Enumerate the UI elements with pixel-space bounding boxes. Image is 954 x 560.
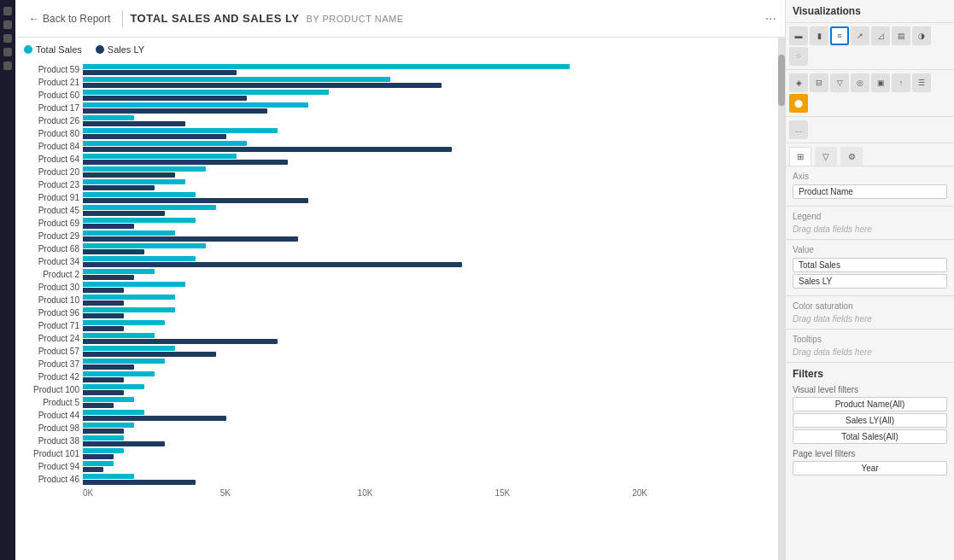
filter-chip-year[interactable]: Year xyxy=(793,461,947,475)
vis-icon-area[interactable]: ◿ xyxy=(871,26,890,45)
bar-navy[interactable] xyxy=(83,300,124,306)
bar-teal[interactable] xyxy=(83,384,144,389)
bar-navy[interactable] xyxy=(83,147,452,152)
bar-teal[interactable] xyxy=(83,154,237,159)
bar-navy[interactable] xyxy=(83,313,124,318)
bar-navy[interactable] xyxy=(83,377,124,382)
vis-icon-pie[interactable]: ◑ xyxy=(912,26,931,45)
bar-teal[interactable] xyxy=(83,333,155,338)
bar-teal[interactable] xyxy=(83,269,155,274)
bar-teal[interactable] xyxy=(83,256,196,261)
bar-navy[interactable] xyxy=(83,121,185,126)
bar-teal[interactable] xyxy=(83,166,206,172)
bar-navy[interactable] xyxy=(83,339,278,344)
bar-navy[interactable] xyxy=(83,83,442,88)
bar-teal[interactable] xyxy=(83,295,175,300)
bar-teal[interactable] xyxy=(83,77,390,82)
vis-icon-custom[interactable]: ⬤ xyxy=(789,94,808,113)
bar-teal[interactable] xyxy=(83,320,165,325)
bar-teal[interactable] xyxy=(83,205,216,210)
bar-navy[interactable] xyxy=(83,429,124,434)
bar-teal[interactable] xyxy=(83,359,165,364)
vis-icon-treemap[interactable]: ⊟ xyxy=(810,73,828,92)
bar-navy[interactable] xyxy=(83,262,462,267)
bar-teal[interactable] xyxy=(83,115,134,120)
bar-teal[interactable] xyxy=(83,64,570,69)
bar-teal[interactable] xyxy=(83,102,308,108)
vis-axis-field[interactable]: Product Name xyxy=(793,184,947,199)
bar-navy[interactable] xyxy=(83,480,196,485)
bar-navy[interactable] xyxy=(83,96,247,101)
vis-icon-gauge[interactable]: ◎ xyxy=(851,73,869,92)
bar-navy[interactable] xyxy=(83,416,226,421)
bar-teal[interactable] xyxy=(83,423,134,428)
vis-tab-filter[interactable]: ▽ xyxy=(815,147,837,166)
vis-tab-fields[interactable]: ⊞ xyxy=(789,147,811,166)
vis-icon-slicer[interactable]: ☰ xyxy=(912,73,931,92)
bar-teal[interactable] xyxy=(83,435,124,440)
bar-teal[interactable] xyxy=(83,371,155,376)
bar-navy[interactable] xyxy=(83,185,155,190)
bar-teal[interactable] xyxy=(83,192,196,197)
bar-navy[interactable] xyxy=(83,467,103,472)
vis-icon-kpi[interactable]: ↑ xyxy=(892,73,910,92)
bar-teal[interactable] xyxy=(83,282,185,287)
bar-navy[interactable] xyxy=(83,160,288,165)
vis-icon-bar[interactable]: ▬ xyxy=(789,26,808,45)
bar-navy[interactable] xyxy=(83,390,124,395)
vis-icon-stacked[interactable]: ▤ xyxy=(892,26,910,45)
bar-navy[interactable] xyxy=(83,224,134,229)
bar-teal[interactable] xyxy=(83,90,329,95)
bar-navy[interactable] xyxy=(83,70,237,75)
sidebar-icon-4[interactable] xyxy=(3,48,12,56)
filter-chip-product-name[interactable]: Product Name(All) xyxy=(793,397,947,411)
vis-value-sales-ly[interactable]: Sales LY xyxy=(793,274,947,289)
bar-teal[interactable] xyxy=(83,141,247,146)
sidebar-icon-3[interactable] xyxy=(3,34,12,43)
scrollbar-thumb[interactable] xyxy=(778,55,785,106)
bar-navy[interactable] xyxy=(83,352,216,357)
vis-icon-horizontal-bar[interactable]: ≡ xyxy=(830,26,849,45)
bar-teal[interactable] xyxy=(83,346,175,351)
bar-teal[interactable] xyxy=(83,410,144,415)
bar-navy[interactable] xyxy=(83,134,226,139)
sidebar-icon-2[interactable] xyxy=(3,20,12,29)
back-button[interactable]: ← Back to Report xyxy=(24,11,115,26)
bar-navy[interactable] xyxy=(83,275,134,280)
bar-navy[interactable] xyxy=(83,441,165,446)
vis-icon-column[interactable]: ▮ xyxy=(810,26,828,45)
header-options-button[interactable]: ··· xyxy=(765,11,776,26)
vis-tab-format[interactable]: ⚙ xyxy=(840,147,863,166)
bar-teal[interactable] xyxy=(83,179,185,184)
filter-chip-sales-ly[interactable]: Sales LY(All) xyxy=(793,413,947,428)
bar-navy[interactable] xyxy=(83,403,114,408)
bar-teal[interactable] xyxy=(83,243,206,248)
bar-teal[interactable] xyxy=(83,307,175,312)
bar-navy[interactable] xyxy=(83,236,298,242)
vis-icon-line[interactable]: ↗ xyxy=(851,26,869,45)
bar-teal[interactable] xyxy=(83,218,196,223)
vis-icon-scatter[interactable]: ⁘ xyxy=(789,47,808,66)
bar-navy[interactable] xyxy=(83,108,267,114)
bar-navy[interactable] xyxy=(83,365,134,370)
bar-teal[interactable] xyxy=(83,474,134,479)
bar-teal[interactable] xyxy=(83,397,134,402)
bar-navy[interactable] xyxy=(83,249,144,254)
vis-value-total-sales[interactable]: Total Sales xyxy=(793,258,947,272)
scrollbar-track[interactable] xyxy=(778,38,785,560)
sidebar-icon-1[interactable] xyxy=(3,7,12,15)
bar-navy[interactable] xyxy=(83,211,165,216)
vis-icon-map[interactable]: ◈ xyxy=(789,73,808,92)
bar-teal[interactable] xyxy=(83,461,114,466)
bar-navy[interactable] xyxy=(83,326,124,331)
vis-icon-more[interactable]: … xyxy=(789,120,808,139)
bar-navy[interactable] xyxy=(83,198,308,203)
vis-icon-card[interactable]: ▣ xyxy=(871,73,890,92)
sidebar-icon-5[interactable] xyxy=(3,61,12,70)
vis-icon-funnel[interactable]: ▽ xyxy=(830,73,849,92)
bar-navy[interactable] xyxy=(83,454,114,459)
bar-teal[interactable] xyxy=(83,448,124,453)
bar-teal[interactable] xyxy=(83,230,175,236)
bar-teal[interactable] xyxy=(83,128,278,133)
filter-chip-total-sales[interactable]: Total Sales(All) xyxy=(793,429,947,444)
